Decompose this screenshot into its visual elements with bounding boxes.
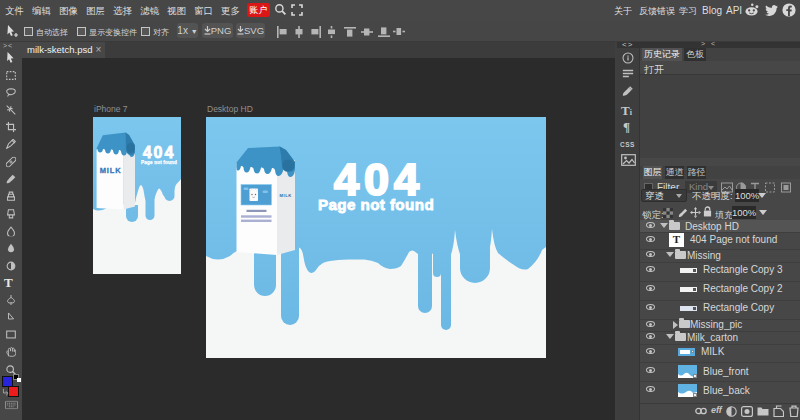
svg-text:404: 404 — [143, 144, 176, 161]
svg-text:Page not found: Page not found — [141, 160, 177, 165]
svg-text:MILK: MILK — [100, 166, 122, 175]
svg-text:Page not found: Page not found — [318, 196, 434, 213]
svg-text:MILK: MILK — [280, 193, 292, 198]
